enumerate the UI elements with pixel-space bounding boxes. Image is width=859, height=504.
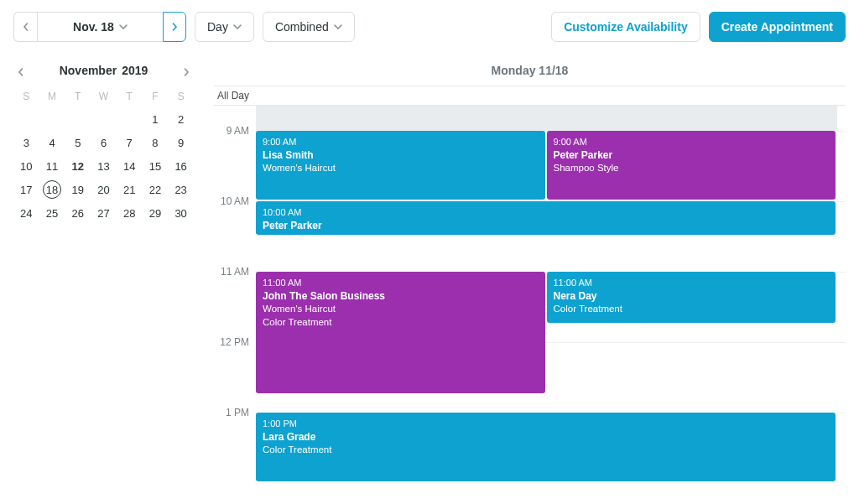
mini-day-cell[interactable]: 27 [91, 201, 117, 225]
mini-day-empty [13, 107, 39, 131]
customize-availability-label: Customize Availability [564, 20, 688, 34]
create-appointment-label: Create Appointment [721, 20, 833, 34]
create-appointment-button[interactable]: Create Appointment [709, 12, 846, 42]
mini-day-cell[interactable]: 23 [168, 178, 194, 201]
mini-day-cell[interactable]: 15 [143, 154, 169, 178]
mini-day-empty [65, 107, 91, 131]
chevron-right-icon [170, 23, 179, 31]
hour-label: 10 AM [221, 195, 249, 207]
customize-availability-button[interactable]: Customize Availability [551, 12, 700, 42]
mini-day-cell[interactable]: 26 [65, 201, 91, 225]
appointment-service: Color Treatment [263, 316, 539, 330]
appointment-service: Color Treatment [263, 444, 829, 457]
mini-day-empty [91, 107, 117, 131]
appointment-lanes[interactable]: 9:00 AMLisa SmithWomen's Haircut9:00 AMP… [256, 106, 846, 504]
chevron-left-icon [22, 23, 30, 31]
mode-select-label: Combined [275, 20, 329, 34]
mini-day-cell[interactable]: 14 [117, 154, 143, 178]
time-grid: 9 AM10 AM11 AM12 PM1 PM 9:00 AMLisa Smit… [214, 106, 846, 504]
hour-label: 12 PM [220, 336, 249, 348]
mini-calendar: November 2019 SMTWTFS 123456789101112131… [13, 64, 194, 504]
mini-day-cell[interactable]: 30 [168, 201, 194, 225]
mini-day-cell[interactable]: 29 [143, 201, 169, 225]
mini-day-cell[interactable]: 17 [13, 178, 39, 201]
appointment[interactable]: 9:00 AMPeter ParkerShampoo Style [547, 131, 836, 200]
appointment-service: Color Treatment [554, 303, 830, 316]
toolbar: Nov. 18 Day Combined Customize Availab [13, 12, 846, 42]
mini-next-month-button[interactable] [179, 64, 194, 81]
mini-day-cell[interactable]: 13 [91, 154, 117, 178]
mini-day-cell[interactable]: 4 [39, 131, 65, 154]
appointment[interactable]: 11:00 AMJohn The Salon BusinessWomen's H… [256, 272, 545, 393]
appointment-service: Women's Haircut [263, 303, 539, 316]
all-day-row: All Day [214, 86, 846, 106]
mini-day-cell[interactable]: 11 [39, 154, 65, 178]
mini-month-label: November [60, 64, 117, 77]
mode-select[interactable]: Combined [263, 12, 355, 42]
chevron-down-icon [233, 20, 242, 34]
mini-dow-cell: S [13, 86, 39, 107]
mini-day-cell[interactable]: 2 [168, 107, 194, 131]
current-date-button[interactable]: Nov. 18 [37, 12, 163, 42]
next-day-button[interactable] [163, 12, 186, 42]
appointment-time: 1:00 PM [263, 418, 829, 430]
mini-day-cell[interactable]: 6 [91, 131, 117, 154]
hour-label: 9 AM [226, 125, 249, 137]
mini-day-cell[interactable]: 18 [39, 178, 65, 201]
time-gutter: 9 AM10 AM11 AM12 PM1 PM [214, 106, 256, 504]
appointment-time: 9:00 AM [554, 136, 830, 148]
appointment[interactable]: 11:00 AMNera DayColor Treatment [547, 272, 836, 323]
mini-day-cell[interactable]: 3 [13, 131, 39, 154]
appointment[interactable]: 10:00 AMPeter Parker [256, 201, 836, 235]
mini-day-cell[interactable]: 8 [143, 131, 169, 154]
mini-day-cell[interactable]: 19 [65, 178, 91, 201]
appointment-name: John The Salon Business [263, 289, 539, 303]
mini-year-label: 2019 [122, 64, 148, 77]
mini-day-cell[interactable]: 28 [117, 201, 143, 225]
mini-day-empty [117, 107, 143, 131]
date-segmented-control: Nov. 18 [13, 12, 186, 42]
appointment-time: 10:00 AM [263, 206, 829, 219]
hour-label: 1 PM [226, 407, 249, 418]
chevron-down-icon [334, 20, 342, 34]
mini-prev-month-button[interactable] [13, 64, 29, 81]
view-select[interactable]: Day [195, 12, 254, 42]
chevron-right-icon [182, 68, 190, 76]
chevron-down-icon [119, 20, 128, 34]
mini-dow-row: SMTWTFS [13, 86, 194, 107]
mini-day-cell[interactable]: 25 [39, 201, 65, 225]
mini-day-cell[interactable]: 7 [117, 131, 143, 154]
appointment[interactable]: 1:00 PMLara GradeColor Treatment [256, 413, 836, 481]
mini-day-cell[interactable]: 12 [65, 154, 91, 178]
prev-day-button[interactable] [13, 12, 37, 42]
appointment-time: 11:00 AM [554, 277, 830, 289]
mini-day-cell[interactable]: 16 [168, 154, 194, 178]
mini-day-cell[interactable]: 1 [143, 107, 169, 131]
mini-day-cell[interactable]: 10 [13, 154, 39, 178]
mini-dow-cell: T [117, 86, 143, 107]
appointment-name: Lara Grade [263, 430, 829, 444]
appointment-time: 11:00 AM [263, 277, 539, 289]
mini-day-cell[interactable]: 24 [13, 201, 39, 225]
mini-day-cell[interactable]: 9 [168, 131, 194, 154]
mini-day-cell[interactable]: 21 [117, 178, 143, 201]
mini-day-cell[interactable]: 5 [65, 131, 91, 154]
appointment-service: Women's Haircut [263, 162, 539, 175]
appointment-name: Peter Parker [554, 148, 830, 162]
appointment[interactable]: 9:00 AMLisa SmithWomen's Haircut [256, 131, 545, 200]
unavailable-band [256, 106, 837, 131]
appointment-name: Lisa Smith [263, 148, 539, 162]
appointment-time: 9:00 AM [263, 136, 539, 148]
appointment-name: Peter Parker [263, 219, 829, 232]
view-select-label: Day [207, 20, 228, 34]
mini-dow-cell: S [168, 86, 194, 107]
mini-dow-cell: M [39, 86, 65, 107]
appointment-name: Nera Day [554, 289, 830, 303]
mini-dow-cell: F [143, 86, 169, 107]
mini-dow-cell: T [65, 86, 91, 107]
mini-calendar-header: November 2019 [13, 64, 194, 77]
mini-day-cell[interactable]: 22 [143, 178, 169, 201]
schedule-heading: Monday 11/18 [214, 64, 846, 86]
current-date-label: Nov. 18 [73, 20, 114, 34]
mini-day-cell[interactable]: 20 [91, 178, 117, 201]
